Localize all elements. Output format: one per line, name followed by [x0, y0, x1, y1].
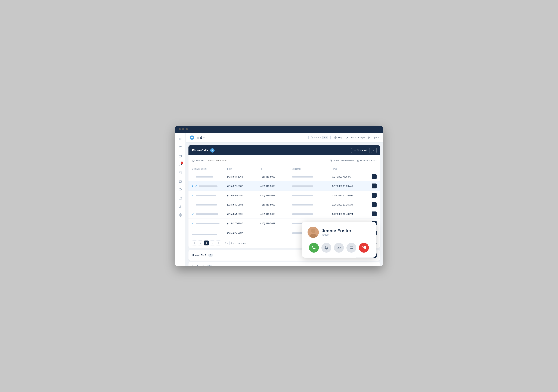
sidebar-item-folders[interactable]: [177, 195, 184, 202]
user-menu[interactable]: ZxAlex George: [346, 136, 365, 139]
cell-actions-0: ⋮: [368, 172, 380, 181]
per-page-select[interactable]: 10 ▾: [222, 241, 229, 245]
caller-info: Jennie Foster mobile: [307, 227, 370, 238]
sidebar-item-documents[interactable]: [177, 178, 184, 185]
show-column-filters-button[interactable]: Show Column Filters: [330, 159, 355, 162]
lab-results-title: Lab Results: [192, 265, 205, 266]
sidebar-item-mail[interactable]: [177, 169, 184, 176]
search-label: Search: [314, 136, 321, 139]
caller-avatar: [307, 227, 319, 238]
cell-contact-1: ✓: [188, 181, 224, 191]
sidebar-item-patients[interactable]: [177, 144, 184, 151]
sidebar-item-tags[interactable]: [177, 186, 184, 193]
bell-button[interactable]: [322, 243, 331, 253]
filter-label: Show Column Filters: [333, 159, 355, 162]
cell-contact-4: ✓: [188, 209, 224, 219]
row-actions-button-0[interactable]: ⋮: [372, 174, 377, 179]
row-actions-button-4[interactable]: ⋮: [372, 211, 377, 217]
logout-button[interactable]: Logout: [368, 136, 379, 139]
sidebar-item-calendar[interactable]: [177, 152, 184, 159]
cell-actions-2: ⋮: [368, 191, 380, 200]
voicemail-action-button[interactable]: [334, 243, 344, 253]
top-nav: hint ▾ Search ⌘ K: [186, 133, 383, 142]
col-to: To: [256, 166, 288, 172]
lab-results-section[interactable]: Lab Results 0: [188, 262, 380, 266]
global-search[interactable]: Search ⌘ K: [308, 135, 331, 140]
per-page-chevron: ▾: [227, 242, 228, 244]
sidebar-item-communications[interactable]: 1: [177, 161, 184, 168]
row-actions-button-2[interactable]: ⋮: [372, 193, 377, 198]
download-excel-button[interactable]: Download Excel: [357, 159, 377, 162]
svg-point-28: [339, 247, 341, 248]
refresh-button[interactable]: Refresh: [192, 159, 204, 162]
svg-point-9: [180, 215, 181, 216]
browser-dot-1: [179, 128, 181, 130]
table-row: ✓ (415) 275-2887 (415) 619-5099 3/17/202…: [188, 181, 380, 191]
cell-contact-0: ✓: [188, 172, 224, 181]
cell-time-1: 3/17/2023 11:59 AM: [329, 181, 368, 191]
col-actions: [368, 166, 380, 172]
cell-actions-1: ⋮: [368, 181, 380, 191]
cell-to-3: (415) 619-5099: [256, 200, 288, 209]
col-from: From: [224, 166, 256, 172]
prev-page-button[interactable]: ‹: [198, 241, 203, 245]
table-row: ✓ (415) 854-6391 (415) 619-5099 2/25/202…: [188, 191, 380, 200]
call-actions: [307, 243, 370, 253]
decline-call-button[interactable]: [359, 243, 369, 253]
row-actions-button-3[interactable]: ⋮: [372, 202, 377, 207]
table-row: ✓ (415) 854-6391 (415) 619-5099 2/22/202…: [188, 209, 380, 219]
next-page-button[interactable]: ›: [210, 241, 215, 245]
row-actions-button-1[interactable]: ⋮: [372, 183, 377, 188]
answer-call-button[interactable]: [309, 243, 319, 253]
table-row: ✓ (415) 854-6366 (415) 619-5099 3/17/202…: [188, 172, 380, 181]
help-button[interactable]: Help: [334, 136, 342, 139]
svg-point-10: [191, 137, 193, 138]
svg-marker-20: [330, 159, 332, 161]
sidebar-item-reports[interactable]: [177, 203, 184, 210]
voicemail-button[interactable]: Voicemail: [351, 148, 370, 153]
download-label: Download Excel: [360, 159, 377, 162]
cell-actions-4: ⋮: [368, 209, 380, 219]
svg-point-27: [337, 247, 339, 248]
cell-to-0: (415) 619-5099: [256, 172, 288, 181]
cell-contact-3: ✓: [188, 200, 224, 209]
first-page-button[interactable]: ⟪: [192, 241, 197, 245]
svg-point-25: [311, 229, 315, 233]
cell-actions-3: ⋮: [368, 200, 380, 209]
cell-contact-2: ✓: [188, 191, 224, 200]
cell-from-5: (415) 275-2887: [224, 219, 256, 228]
sidebar-item-settings[interactable]: [177, 211, 184, 218]
caller-name: Jennie Foster: [322, 228, 351, 234]
cell-from-3: (925) 550-9683: [224, 200, 256, 209]
cell-from-4: (415) 854-6391: [224, 209, 256, 219]
cell-time-4: 2/22/2023 12:40 PM: [329, 209, 368, 219]
cell-to-5: (415) 619-5099: [256, 219, 288, 228]
svg-point-18: [355, 150, 356, 151]
per-page-label: items per page: [231, 242, 246, 244]
page-1-button[interactable]: 1: [204, 241, 209, 245]
svg-point-15: [347, 137, 348, 138]
unread-sms-count: 0: [208, 254, 213, 257]
cell-voicemail-1: [288, 181, 329, 191]
communications-badge: 1: [181, 161, 183, 164]
caller-details: Jennie Foster mobile: [322, 228, 351, 236]
table-row: ✓ (925) 550-9683 (415) 619-5099 2/25/202…: [188, 200, 380, 209]
last-page-button[interactable]: ⟫: [216, 241, 221, 245]
message-action-button[interactable]: [347, 243, 356, 253]
logo-dropdown-icon[interactable]: ▾: [203, 136, 204, 139]
expand-button[interactable]: ▲: [371, 148, 377, 153]
sidebar-item-grid[interactable]: ⊞: [177, 135, 184, 142]
logo-area: hint ▾: [190, 135, 204, 140]
browser-window: ⊞ 1: [175, 126, 383, 266]
section-header-left: Phone Calls 1: [192, 148, 215, 152]
svg-point-0: [179, 146, 181, 147]
sidebar: ⊞ 1: [175, 133, 186, 266]
cell-contact-6: ✓: [188, 228, 224, 238]
lab-results-left: Lab Results 0: [192, 265, 212, 266]
table-search-input[interactable]: [206, 158, 269, 163]
browser-titlebar: [175, 126, 383, 133]
svg-line-12: [312, 138, 313, 138]
table-controls: Refresh Show Column Filters: [188, 155, 380, 166]
help-label: Help: [338, 136, 342, 139]
search-kbd: ⌘ K: [322, 136, 328, 139]
